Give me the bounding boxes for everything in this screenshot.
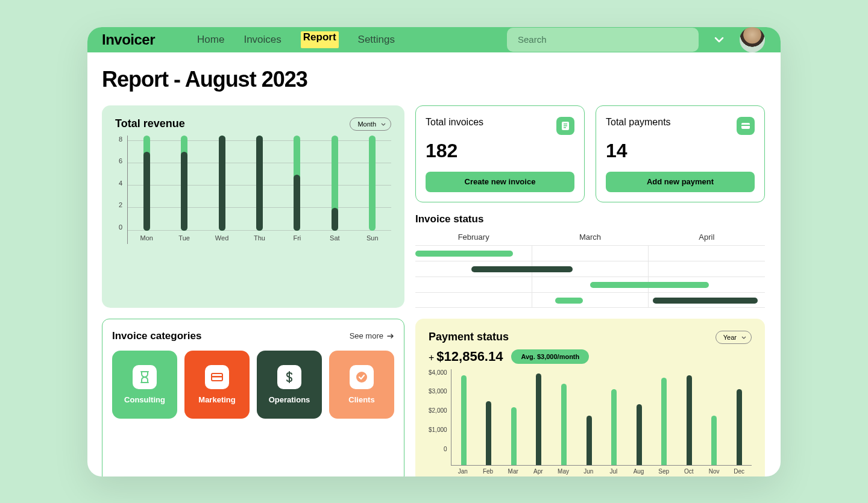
period-select-month[interactable]: Month [350, 117, 391, 131]
arrow-right-icon [387, 333, 394, 339]
nav-item-report[interactable]: Report [301, 31, 339, 48]
svg-point-8 [356, 372, 367, 383]
nav-item-invoices[interactable]: Invoices [244, 31, 281, 48]
chart-title: Total revenue [115, 117, 185, 130]
chart-title: Payment status [429, 331, 509, 343]
chart-column [451, 369, 477, 465]
nav-item-home[interactable]: Home [197, 31, 224, 48]
period-select-year[interactable]: Year [715, 331, 752, 344]
nav-item-settings[interactable]: Settings [358, 31, 395, 48]
chart-column: Wed [203, 136, 241, 244]
main-content: Report - August 2023 Total invoices 182 … [87, 52, 781, 476]
gantt-month-label: April [649, 233, 765, 245]
invoice-status-section: Invoice status FebruaryMarchApril [415, 213, 765, 308]
svg-rect-7 [212, 376, 222, 378]
chart-column [626, 369, 652, 465]
chart-column [552, 369, 577, 465]
check-icon [350, 365, 374, 389]
chart-column [702, 369, 727, 465]
stat-label: Total invoices [426, 117, 483, 128]
brand-logo: Invoicer [102, 31, 155, 48]
chart-column: Sun [354, 136, 391, 244]
category-label: Consulting [124, 395, 165, 404]
chart-column: Sat [316, 136, 353, 244]
gantt-bar [415, 251, 513, 257]
avatar[interactable] [740, 27, 765, 52]
gantt-bar [471, 266, 573, 272]
create-invoice-button[interactable]: Create new invoice [426, 172, 574, 192]
category-operations[interactable]: Operations [257, 351, 322, 419]
chart-column [676, 369, 702, 465]
card-icon [737, 117, 755, 135]
gantt-row [415, 276, 765, 292]
dollar-icon [277, 365, 301, 389]
section-title: Invoice status [415, 213, 765, 225]
svg-rect-2 [564, 125, 567, 127]
section-title: Invoice categories [112, 330, 201, 342]
stat-cards: Total invoices 182 Create new invoice To… [415, 105, 765, 202]
category-marketing[interactable]: Marketing [184, 351, 250, 419]
stat-label: Total payments [606, 117, 671, 128]
payment-avg-badge: Avg. $3,000/month [511, 349, 589, 364]
add-payment-button[interactable]: Add new payment [606, 172, 755, 192]
chart-column [576, 369, 602, 465]
category-consulting[interactable]: Consulting [112, 351, 177, 419]
revenue-chart: 86420 MonTueWedThuFriSatSun [115, 136, 391, 244]
page-title: Report - August 2023 [102, 67, 765, 92]
stat-card-payments: Total payments 14 Add new payment [596, 105, 765, 202]
svg-rect-3 [564, 127, 566, 128]
see-more-link[interactable]: See more [350, 331, 394, 340]
gantt-row [415, 245, 765, 261]
category-clients[interactable]: Clients [329, 351, 394, 419]
search-input[interactable] [507, 28, 699, 52]
chart-column [652, 369, 677, 465]
chevron-down-icon[interactable] [714, 34, 724, 45]
chart-column [602, 369, 627, 465]
chart-column [476, 369, 502, 465]
gantt-month-label: March [532, 233, 648, 245]
payment-amount: +$12,856.14 [429, 349, 503, 364]
chart-column: Fri [278, 136, 316, 244]
chart-column: Thu [241, 136, 278, 244]
card-icon [205, 365, 229, 389]
category-label: Clients [348, 395, 374, 404]
revenue-chart-card: Total revenue Month 86420 MonTueWedThuFr… [102, 105, 404, 308]
chart-column: Tue [165, 136, 203, 244]
stat-value: 14 [606, 140, 755, 162]
app-window: Invoicer HomeInvoicesReportSettings Repo… [87, 27, 781, 476]
gantt-row [415, 261, 765, 276]
chart-column [726, 369, 752, 465]
chart-column [502, 369, 527, 465]
chart-column [526, 369, 552, 465]
category-label: Marketing [198, 395, 235, 404]
chart-column: Mon [128, 136, 165, 244]
document-icon [556, 117, 574, 135]
gantt-bar [555, 298, 583, 304]
stat-value: 182 [426, 140, 574, 162]
stat-card-invoices: Total invoices 182 Create new invoice [415, 105, 585, 202]
category-label: Operations [269, 395, 310, 404]
svg-rect-1 [564, 123, 567, 125]
nav: HomeInvoicesReportSettings [197, 31, 395, 48]
gantt-chart: FebruaryMarchApril [415, 233, 765, 308]
header: Invoicer HomeInvoicesReportSettings [87, 27, 781, 52]
gantt-row [415, 292, 765, 308]
hourglass-icon [133, 365, 157, 389]
gantt-bar [653, 298, 758, 304]
categories-card: Invoice categories See more ConsultingMa… [102, 319, 404, 476]
gantt-bar [590, 282, 709, 288]
payment-chart-card: Payment status Year +$12,856.14 Avg. $3,… [415, 319, 765, 476]
gantt-month-label: February [415, 233, 532, 245]
svg-rect-5 [741, 125, 750, 126]
